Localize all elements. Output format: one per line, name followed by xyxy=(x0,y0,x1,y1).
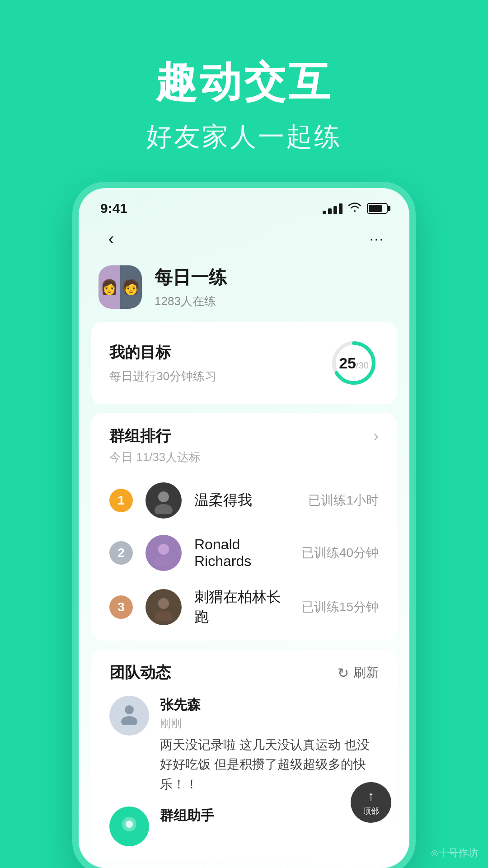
user-icon xyxy=(117,702,141,730)
post-text-1: 两天没记录啦 这几天没认真运动 也没好好吃饭 但是积攒了超级超级多的快乐！！ xyxy=(160,735,379,794)
rank-avatar-2 xyxy=(145,535,182,571)
rank-badge-1: 1 xyxy=(109,489,133,512)
refresh-button[interactable]: ↻ 刷新 xyxy=(338,664,379,681)
ranking-card: 群组排行 › 今日 11/33人达标 1 温柔得我 已训练1小时 2 xyxy=(91,413,397,641)
group-info: 每日一练 1283人在练 xyxy=(155,265,227,309)
rank-name-3: 刺猬在柏林长跑 xyxy=(194,587,289,627)
goal-progress-circle: 25/30 xyxy=(329,338,379,388)
signal-icon xyxy=(323,203,343,214)
rank-item-1: 1 温柔得我 已训练1小时 xyxy=(109,474,379,527)
hero-subtitle: 好友家人一起练 xyxy=(146,119,342,155)
post-author-2: 群组助手 xyxy=(160,807,379,825)
rank-item-2: 2 Ronald Richards 已训练40分钟 xyxy=(109,527,379,579)
rank-time-2: 已训练40分钟 xyxy=(301,544,379,561)
svg-point-3 xyxy=(155,504,173,514)
battery-icon xyxy=(367,203,388,214)
scroll-to-top-button[interactable]: ↑ 顶部 xyxy=(351,782,391,823)
post-avatar-1 xyxy=(109,696,149,736)
watermark: ⊙十号作坊 xyxy=(431,846,478,860)
team-header: 团队动态 ↻ 刷新 xyxy=(109,662,379,683)
goal-title: 我的目标 xyxy=(109,342,216,363)
rank-item-3: 3 刺猬在柏林长跑 已训练15分钟 xyxy=(109,579,379,635)
group-assistant-icon xyxy=(118,813,140,840)
ranking-title: 群组排行 xyxy=(109,426,171,447)
rank-time-1: 已训练1小时 xyxy=(308,492,379,509)
svg-point-5 xyxy=(155,557,173,566)
post-avatar-2 xyxy=(109,807,149,846)
ranking-subtitle: 今日 11/33人达标 xyxy=(109,449,379,465)
ranking-header: 群组排行 › xyxy=(109,426,379,447)
goal-text: 我的目标 每日进行30分钟练习 xyxy=(109,342,216,384)
group-header: 👩 🧑 每日一练 1283人在练 xyxy=(79,260,409,322)
post-time-1: 刚刚 xyxy=(160,716,379,731)
rank-avatar-3 xyxy=(145,589,182,625)
svg-point-6 xyxy=(158,598,169,609)
svg-point-11 xyxy=(126,821,133,828)
scroll-top-arrow-icon: ↑ xyxy=(368,788,375,804)
post-author-1: 张先森 xyxy=(160,696,379,714)
phone-inner: 9:41 xyxy=(79,188,409,868)
refresh-label: 刷新 xyxy=(353,664,379,681)
rank-name-1: 温柔得我 xyxy=(194,491,296,510)
status-icons xyxy=(323,202,388,216)
svg-point-8 xyxy=(125,705,134,714)
ranking-arrow-icon[interactable]: › xyxy=(373,427,379,446)
refresh-icon: ↻ xyxy=(338,665,349,681)
wifi-icon xyxy=(348,202,361,216)
more-button[interactable]: ··· xyxy=(364,226,389,251)
svg-point-2 xyxy=(158,491,169,502)
scroll-top-label: 顶部 xyxy=(363,806,379,816)
goal-card: 我的目标 每日进行30分钟练习 25/30 xyxy=(91,322,397,404)
post-item-2: 群组助手 xyxy=(109,807,379,846)
phone-mockup: 9:41 xyxy=(72,182,416,868)
rank-name-2: Ronald Richards xyxy=(194,536,289,570)
status-time: 9:41 xyxy=(100,201,127,216)
svg-point-9 xyxy=(121,716,137,725)
svg-point-4 xyxy=(158,544,169,555)
post-content-1: 张先森 刚刚 两天没记录啦 这几天没认真运动 也没好好吃饭 但是积攒了超级超级多… xyxy=(160,696,379,794)
group-name: 每日一练 xyxy=(155,265,227,290)
post-item-1: 张先森 刚刚 两天没记录啦 这几天没认真运动 也没好好吃饭 但是积攒了超级超级多… xyxy=(109,696,379,794)
rank-avatar-1 xyxy=(145,482,182,519)
nav-bar: ‹ ··· xyxy=(79,222,409,260)
status-bar: 9:41 xyxy=(79,188,409,222)
hero-title: 趣动交互 xyxy=(155,54,333,110)
team-dynamics-card: 团队动态 ↻ 刷新 张先森 刚 xyxy=(91,650,397,859)
rank-badge-3: 3 xyxy=(109,595,133,619)
goal-desc: 每日进行30分钟练习 xyxy=(109,368,216,384)
back-button[interactable]: ‹ xyxy=(99,226,124,251)
rank-time-3: 已训练15分钟 xyxy=(301,599,379,616)
post-content-2: 群组助手 xyxy=(160,807,379,846)
group-member-count: 1283人在练 xyxy=(155,293,227,309)
rank-badge-2: 2 xyxy=(109,541,133,565)
group-avatar: 👩 🧑 xyxy=(99,265,142,309)
svg-point-7 xyxy=(155,611,173,621)
goal-number: 25/30 xyxy=(339,355,369,371)
team-title: 团队动态 xyxy=(109,662,171,683)
hero-section: 趣动交互 好友家人一起练 xyxy=(0,0,488,182)
